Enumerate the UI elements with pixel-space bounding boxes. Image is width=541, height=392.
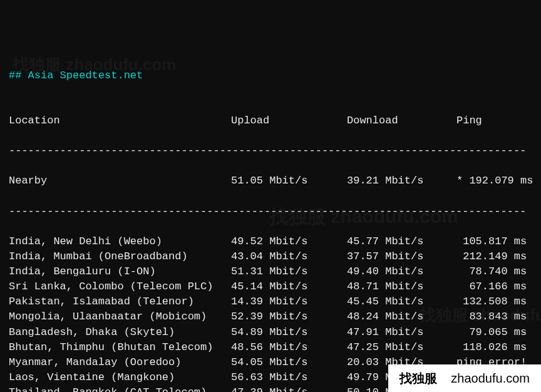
row-location: Bangladesh, Dhaka (Skytel)	[9, 325, 231, 340]
row-location: India, Bengaluru (I-ON)	[9, 264, 231, 279]
row-download: 49.40 Mbit/s	[347, 264, 456, 279]
row-location: India, New Delhi (Weebo)	[9, 234, 231, 249]
row-upload: 56.63 Mbit/s	[231, 370, 347, 385]
table-row: India, New Delhi (Weebo)49.52 Mbit/s45.7…	[9, 234, 532, 249]
row-upload: 14.39 Mbit/s	[231, 294, 347, 309]
row-download: 47.91 Mbit/s	[347, 325, 456, 340]
nearby-ping: * 192.079 ms	[456, 173, 533, 188]
section-title: ## Asia Speedtest.net	[9, 68, 532, 83]
row-ping: 132.508 ms	[456, 294, 532, 309]
row-location: Bhutan, Thimphu (Bhutan Telecom)	[9, 340, 231, 355]
table-row: Mongolia, Ulaanbaatar (Mobicom)52.39 Mbi…	[9, 309, 532, 324]
row-upload: 45.14 Mbit/s	[231, 279, 347, 294]
row-location: Myanmar, Mandalay (Ooredoo)	[9, 355, 231, 370]
row-download: 48.71 Mbit/s	[347, 279, 456, 294]
row-ping: 79.065 ms	[456, 325, 532, 340]
row-upload: 49.52 Mbit/s	[231, 234, 347, 249]
header-download: Download	[347, 113, 456, 128]
row-location: Thailand, Bangkok (CAT Telecom)	[9, 385, 231, 392]
table-row: Bhutan, Thimphu (Bhutan Telecom)48.56 Mb…	[9, 340, 532, 355]
row-ping: 67.166 ms	[456, 279, 532, 294]
row-upload: 51.31 Mbit/s	[231, 264, 347, 279]
row-ping: 83.843 ms	[456, 309, 532, 324]
row-ping: 212.149 ms	[456, 249, 532, 264]
header-ping: Ping	[456, 113, 532, 128]
header-upload: Upload	[231, 113, 347, 128]
divider: ----------------------------------------…	[9, 204, 532, 219]
nearby-upload: 51.05 Mbit/s	[231, 173, 347, 188]
table-row: Sri Lanka, Colombo (Telecom PLC)45.14 Mb…	[9, 279, 532, 294]
row-ping: 118.026 ms	[456, 340, 532, 355]
watermark-box: 找独服 zhaodufu.com	[388, 364, 541, 392]
row-upload: 52.39 Mbit/s	[231, 309, 347, 324]
divider: ----------------------------------------…	[9, 143, 532, 158]
row-upload: 47.39 Mbit/s	[231, 385, 347, 392]
table-row: Bangladesh, Dhaka (Skytel)54.89 Mbit/s47…	[9, 325, 532, 340]
row-location: India, Mumbai (OneBroadband)	[9, 249, 231, 264]
row-download: 48.24 Mbit/s	[347, 309, 456, 324]
row-upload: 54.89 Mbit/s	[231, 325, 347, 340]
watermark-url: zhaodufu.com	[451, 369, 530, 387]
nearby-row: Nearby51.05 Mbit/s39.21 Mbit/s* 192.079 …	[9, 173, 532, 188]
row-upload: 48.56 Mbit/s	[231, 340, 347, 355]
table-row: India, Bengaluru (I-ON)51.31 Mbit/s49.40…	[9, 264, 532, 279]
header-row: LocationUploadDownloadPing	[9, 113, 532, 128]
row-download: 45.77 Mbit/s	[347, 234, 456, 249]
row-location: Mongolia, Ulaanbaatar (Mobicom)	[9, 309, 231, 324]
row-download: 47.25 Mbit/s	[347, 340, 456, 355]
row-ping: 105.817 ms	[456, 234, 532, 249]
row-ping: 78.740 ms	[456, 264, 532, 279]
row-upload: 43.04 Mbit/s	[231, 249, 347, 264]
table-row: Pakistan, Islamabad (Telenor)14.39 Mbit/…	[9, 294, 532, 309]
row-location: Pakistan, Islamabad (Telenor)	[9, 294, 231, 309]
row-upload: 54.05 Mbit/s	[231, 355, 347, 370]
row-download: 37.57 Mbit/s	[347, 249, 456, 264]
table-row: India, Mumbai (OneBroadband)43.04 Mbit/s…	[9, 249, 532, 264]
nearby-location: Nearby	[9, 173, 231, 188]
row-download: 45.45 Mbit/s	[347, 294, 456, 309]
row-location: Laos, Vientaine (Mangkone)	[9, 370, 231, 385]
watermark-cn: 找独服	[399, 369, 437, 387]
header-location: Location	[9, 113, 231, 128]
nearby-download: 39.21 Mbit/s	[347, 173, 456, 188]
row-location: Sri Lanka, Colombo (Telecom PLC)	[9, 279, 231, 294]
